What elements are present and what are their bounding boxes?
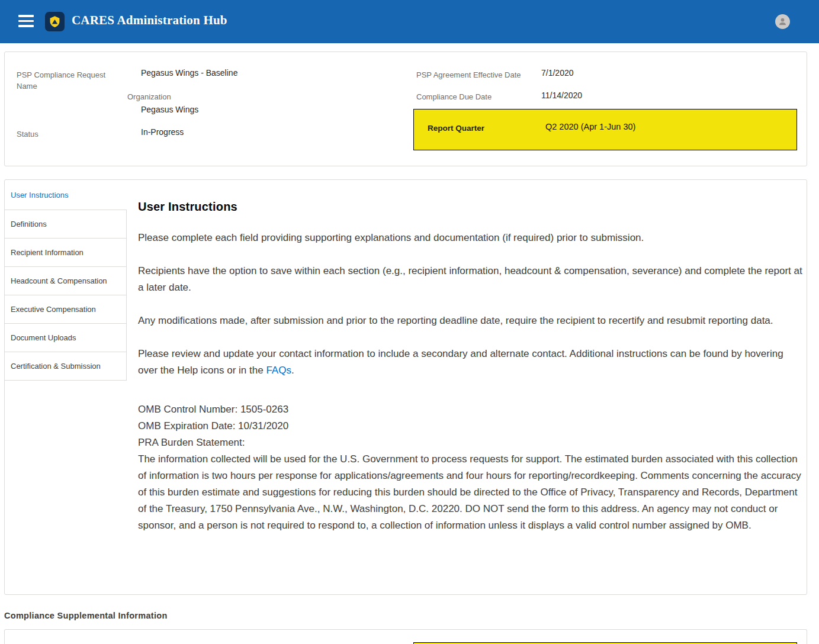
- app-title: CARES Administration Hub: [72, 13, 227, 28]
- report-quarter-highlight: Report Quarter Q2 2020 (Apr 1-Jun 30): [413, 109, 797, 150]
- instructions-paragraph: Any modifications made, after submission…: [138, 313, 802, 329]
- section-tab-list: Definitions Recipient Information Headco…: [5, 210, 127, 381]
- contact-text-before: Please review and update your contact in…: [138, 348, 783, 376]
- shield-icon: [48, 15, 62, 28]
- status-value: In-Progress: [141, 127, 184, 138]
- tab-certification-submission[interactable]: Certification & Submission: [5, 352, 126, 381]
- request-name-value: Pegasus Wings - Baseline: [141, 67, 237, 79]
- pra-burden-text: The information collected will be used f…: [138, 451, 802, 534]
- tab-headcount-compensation[interactable]: Headcount & Compensation: [5, 267, 126, 295]
- omb-block: OMB Control Number: 1505-0263 OMB Expira…: [138, 401, 802, 534]
- user-icon: [778, 17, 788, 27]
- omb-expiration-date: OMB Expiration Date: 10/31/2020: [138, 418, 802, 434]
- tab-definitions[interactable]: Definitions: [5, 210, 126, 239]
- user-avatar[interactable]: [775, 14, 790, 29]
- due-date-value: 11/14/2020: [541, 90, 582, 101]
- app-logo: [45, 12, 65, 31]
- tab-recipient-information[interactable]: Recipient Information: [5, 239, 126, 267]
- request-name-label: PSP Compliance Request Name: [17, 69, 111, 92]
- pra-burden-label: PRA Burden Statement:: [138, 434, 802, 451]
- instructions-content: User Instructions Please complete each f…: [138, 195, 802, 534]
- organization-label: Organization: [127, 91, 171, 102]
- supplemental-card: [4, 629, 807, 644]
- organization-value: Pegasus Wings: [141, 104, 198, 115]
- instructions-paragraph: Recipients have the option to save withi…: [138, 263, 802, 296]
- effective-date-value: 7/1/2020: [541, 67, 574, 79]
- effective-date-label: PSP Agreement Effective Date: [416, 69, 521, 80]
- omb-control-number: OMB Control Number: 1505-0263: [138, 401, 802, 418]
- report-quarter-value: Q2 2020 (Apr 1-Jun 30): [545, 122, 635, 131]
- page-title: User Instructions: [138, 200, 802, 214]
- due-date-label: Compliance Due Date: [416, 91, 492, 102]
- tab-document-uploads[interactable]: Document Uploads: [5, 324, 126, 352]
- report-quarter-label: Report Quarter: [428, 124, 484, 133]
- instructions-card: User Instructions Definitions Recipient …: [4, 179, 807, 595]
- compliance-summary-card: PSP Compliance Request Name Pegasus Wing…: [4, 51, 807, 166]
- tab-user-instructions[interactable]: User Instructions: [11, 191, 69, 199]
- app-header: CARES Administration Hub: [0, 0, 819, 43]
- contact-paragraph: Please review and update your contact in…: [138, 346, 802, 379]
- contact-text-after: .: [291, 365, 294, 376]
- tab-executive-compensation[interactable]: Executive Compensation: [5, 295, 126, 324]
- status-label: Status: [17, 128, 38, 140]
- faqs-link[interactable]: FAQs: [266, 365, 291, 376]
- hamburger-menu-icon[interactable]: [18, 15, 34, 28]
- instructions-paragraph: Please complete each field providing sup…: [138, 230, 802, 246]
- supplemental-section-title: Compliance Supplemental Information: [4, 611, 168, 620]
